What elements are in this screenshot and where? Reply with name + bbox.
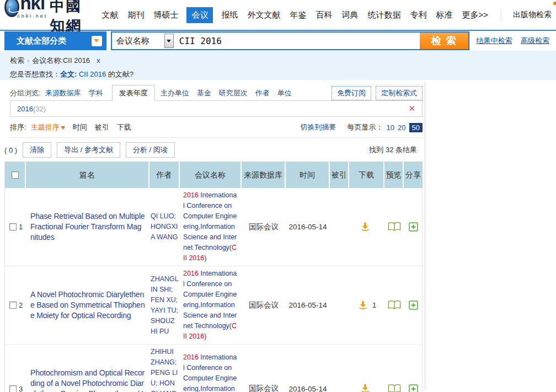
nav-item-more[interactable]: 更多>> — [461, 7, 489, 23]
group-level[interactable]: 研究层次 — [219, 88, 248, 98]
search-button[interactable]: 检 索 — [420, 33, 468, 49]
search-field-value: 会议名称 — [112, 36, 164, 46]
close-icon[interactable]: ✕ — [408, 104, 415, 114]
col-header-cited[interactable]: 被引 — [330, 162, 349, 188]
advanced-search-link[interactable]: 高级检索 — [521, 36, 549, 45]
paper-title-link[interactable]: A Novel Photochromic Diarylethene Based … — [30, 289, 145, 321]
col-header-download[interactable]: 下载 — [349, 162, 384, 188]
group-year-active-tab[interactable]: 发表年度 — [112, 85, 155, 101]
export-references-button[interactable]: 导出 / 参考文献 — [57, 142, 120, 158]
preview-book-icon[interactable] — [387, 222, 402, 232]
nav-item-baozhi[interactable]: 报纸 — [220, 7, 239, 23]
download-count: 1 — [372, 301, 376, 309]
row-checkbox[interactable] — [9, 223, 17, 230]
sort-label: 排序: — [10, 122, 26, 132]
free-subscribe-button[interactable]: 免费订阅 — [332, 86, 371, 100]
nav-item-huiyi-active[interactable]: 会议 — [186, 7, 213, 23]
publish-date: 2016-05-14 — [286, 345, 330, 392]
switch-to-abstract-link[interactable]: 切换到摘要 — [301, 122, 336, 132]
per-page-10[interactable]: 10 — [387, 123, 394, 132]
row-checkbox[interactable] — [9, 385, 17, 392]
group-source-db[interactable]: 来源数据库 — [45, 88, 81, 98]
row-checkbox[interactable] — [9, 302, 17, 309]
nav-item-zhuanli[interactable]: 专利 — [409, 7, 427, 23]
chevron-down-icon[interactable] — [92, 36, 102, 46]
search-in-results-link[interactable]: 结果中检索 — [476, 36, 512, 45]
publication-search-link[interactable]: 出版物检索 — [513, 10, 552, 20]
preview-book-icon[interactable] — [387, 300, 402, 310]
paper-title-link[interactable]: Phase Retrieval Based on Multiple Fracti… — [30, 211, 145, 243]
nav-item-nianjian[interactable]: 年鉴 — [288, 7, 307, 23]
share-plus-icon[interactable] — [409, 300, 418, 310]
sort-by-download[interactable]: 下载 — [117, 122, 131, 132]
col-header-share[interactable]: 分享 — [404, 162, 423, 188]
breadcrumb-remove-link[interactable]: x — [97, 56, 100, 65]
col-header-author[interactable]: 作者 — [149, 162, 180, 188]
col-header-title[interactable]: 篇名 — [26, 162, 149, 188]
col-header-source[interactable]: 来源数据库 — [242, 162, 286, 188]
nav-item-cidian[interactable]: 词典 — [340, 7, 359, 23]
cited-count — [330, 188, 349, 266]
breadcrumb-separator: › — [27, 56, 29, 65]
nav-item-biaozhun[interactable]: 标准 — [435, 7, 453, 23]
source-db: 国际会议 — [242, 188, 286, 266]
nav-item-tongji[interactable]: 统计数据 — [366, 7, 402, 23]
authors-link[interactable]: ZHANGLIN SHI; FEN XU; YAYI TU; SHOUZHI P… — [151, 274, 179, 337]
share-plus-icon[interactable] — [409, 384, 418, 392]
nav-item-qikan[interactable]: 期刊 — [126, 7, 145, 23]
clear-selection-button[interactable]: 清除 — [23, 142, 51, 158]
per-page-20[interactable]: 20 — [398, 123, 405, 132]
sort-by-topic-active[interactable]: 主题排序 — [31, 122, 65, 132]
action-row: ( 0 ) 清除 导出 / 参考文献 分析 / 阅读 找到 32 条结果 — [4, 142, 423, 158]
source-db: 国际会议 — [242, 345, 286, 392]
suggest-prefix: 您是否想查找： — [10, 70, 60, 78]
source-db: 国际会议 — [242, 266, 286, 344]
year-filter-count: (32) — [33, 105, 46, 113]
authors-link[interactable]: ZHIHUI ZHANG; PENG LIU; HONGLIANG LIU; S… — [151, 347, 179, 392]
group-fund[interactable]: 基金 — [197, 88, 211, 98]
search-links: 结果中检索 高级检索 — [476, 36, 556, 46]
search-input[interactable] — [175, 33, 420, 49]
select-all-checkbox[interactable] — [12, 171, 19, 179]
download-icon[interactable] — [357, 300, 368, 311]
select-arrow-icon[interactable] — [164, 34, 174, 48]
suggest-fulltext-label[interactable]: 全文: — [60, 70, 77, 78]
group-subject[interactable]: 学科 — [89, 88, 103, 98]
conference-name-link[interactable]: 2016 International Conference on Compute… — [183, 352, 238, 392]
col-header-preview[interactable]: 预览 — [384, 162, 404, 188]
analyze-read-button[interactable]: 分析 / 阅读 — [126, 142, 175, 158]
nav-item-boshuoshi[interactable]: 博硕士 — [152, 7, 179, 23]
main-content: 分组浏览: 来源数据库 学科 发表年度 主办单位 基金 研究层次 作者 单位 免… — [0, 80, 556, 392]
search-box: 会议名称 检 索 — [111, 31, 470, 50]
sort-by-cited[interactable]: 被引 — [95, 122, 109, 132]
category-dropdown-button[interactable]: 文献全部分类 — [4, 31, 106, 50]
group-browse-row: 分组浏览: 来源数据库 学科 发表年度 主办单位 基金 研究层次 作者 单位 免… — [10, 85, 423, 100]
paper-title-link[interactable]: Photochromism and Optical Recording of a… — [30, 368, 145, 392]
selected-count: ( 0 ) — [4, 146, 17, 154]
suggest-query-link[interactable]: CII 2016 — [79, 70, 106, 78]
preview-book-icon[interactable] — [387, 384, 402, 392]
col-header-conference[interactable]: 会议名称 — [180, 162, 242, 188]
nav-item-wenxian[interactable]: 文献 — [100, 7, 119, 23]
conference-name-link[interactable]: 2016 International Conference on Compute… — [183, 190, 238, 264]
share-plus-icon[interactable] — [409, 222, 418, 232]
search-field-select[interactable]: 会议名称 — [112, 33, 175, 49]
cnki-logo[interactable]: nki cnki.net 中國知網 — [4, 0, 95, 36]
breadcrumb: 检索›会议名称:CII 2016x — [10, 56, 556, 66]
download-icon[interactable] — [360, 222, 371, 233]
custom-search-expression-button[interactable]: 定制检索式 — [376, 86, 423, 100]
conference-name-link[interactable]: 2016 International Conference on Compute… — [183, 269, 238, 342]
group-organizer[interactable]: 主办单位 — [161, 88, 189, 98]
col-header-time[interactable]: 时间 — [286, 162, 330, 188]
year-filter-item: 2016(32) — [17, 105, 46, 113]
per-page-50-active[interactable]: 50 — [409, 123, 423, 132]
group-unit[interactable]: 单位 — [277, 88, 292, 98]
nav-item-baike[interactable]: 百科 — [314, 7, 333, 23]
authors-link[interactable]: QI LUO; HONGXIA WANG — [151, 211, 179, 243]
group-author[interactable]: 作者 — [255, 88, 270, 98]
year-filter-link[interactable]: 2016 — [17, 105, 33, 113]
sort-by-time[interactable]: 时间 — [73, 122, 87, 132]
nav-item-waiwen[interactable]: 外文文献 — [246, 7, 281, 23]
breadcrumb-root[interactable]: 检索 — [10, 56, 24, 65]
download-icon[interactable] — [360, 383, 371, 392]
